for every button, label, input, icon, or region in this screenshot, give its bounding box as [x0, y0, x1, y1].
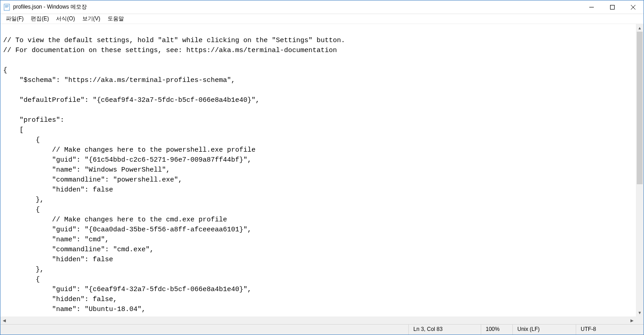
window-controls [581, 0, 644, 14]
menubar: 파일(F) 편집(E) 서식(O) 보기(V) 도움말 [0, 14, 644, 24]
close-button[interactable] [623, 0, 644, 14]
menu-file[interactable]: 파일(F) [2, 14, 27, 24]
minimize-button[interactable] [581, 0, 602, 14]
titlebar: profiles.json - Windows 메모장 [0, 0, 644, 14]
vscroll-track[interactable] [636, 32, 644, 309]
editor-area: // To view the default settings, hold "a… [0, 24, 644, 324]
status-zoom: 100% [481, 325, 512, 335]
scroll-left-icon[interactable]: ◀ [0, 316, 8, 324]
menu-help[interactable]: 도움말 [104, 14, 128, 24]
status-position: Ln 3, Col 83 [408, 325, 481, 335]
statusbar: Ln 3, Col 83 100% Unix (LF) UTF-8 [0, 324, 644, 335]
scroll-down-icon[interactable]: ▼ [636, 309, 644, 316]
vertical-scrollbar[interactable]: ▲ ▼ [636, 24, 644, 316]
vscroll-thumb[interactable] [637, 32, 643, 184]
maximize-button[interactable] [602, 0, 623, 14]
menu-edit[interactable]: 편집(E) [27, 14, 52, 24]
app-icon [3, 4, 10, 11]
text-content[interactable]: // To view the default settings, hold "a… [0, 24, 636, 316]
window-title: profiles.json - Windows 메모장 [13, 3, 87, 11]
scroll-up-icon[interactable]: ▲ [636, 24, 644, 32]
status-encoding: UTF-8 [576, 325, 644, 335]
hscroll-track[interactable] [8, 316, 628, 324]
status-eol: Unix (LF) [512, 325, 576, 335]
scroll-right-icon[interactable]: ▶ [628, 316, 636, 324]
menu-format[interactable]: 서식(O) [52, 14, 78, 24]
horizontal-scrollbar[interactable]: ◀ ▶ [0, 316, 636, 324]
status-spacer [0, 325, 408, 335]
menu-view[interactable]: 보기(V) [79, 14, 104, 24]
svg-rect-5 [611, 5, 615, 9]
scroll-corner [636, 316, 644, 324]
